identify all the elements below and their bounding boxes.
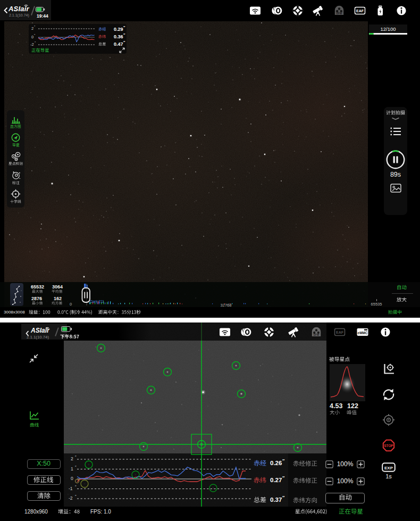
svg-text:EFW: EFW: [314, 334, 320, 336]
svg-text:EAF: EAF: [356, 9, 364, 13]
svg-text:EXP: EXP: [384, 466, 393, 470]
svg-text:STOP: STOP: [384, 444, 393, 448]
svg-text:EFW: EFW: [337, 12, 342, 15]
svg-text:EAF: EAF: [336, 330, 344, 334]
svg-text:Dark:211: Dark:211: [90, 300, 104, 303]
svg-text:eMMC: eMMC: [358, 331, 368, 335]
